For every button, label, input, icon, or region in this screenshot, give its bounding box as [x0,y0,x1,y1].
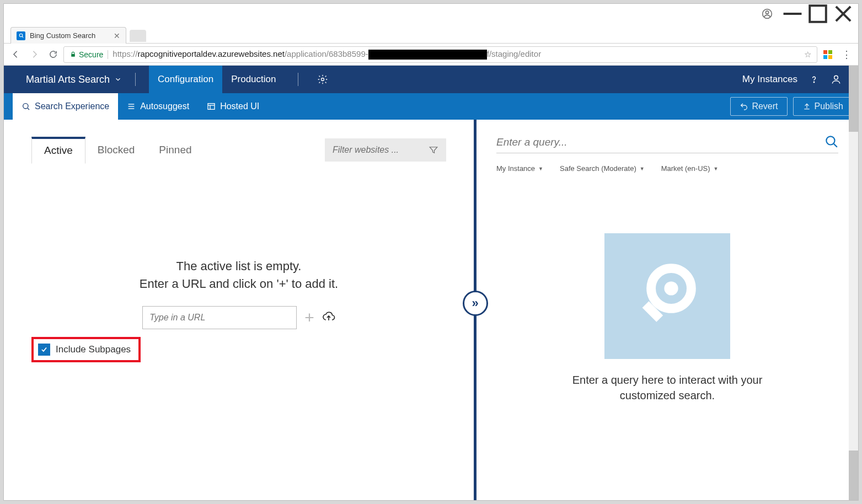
svg-point-13 [322,78,324,81]
windows-extension-icon[interactable] [820,50,836,59]
vertical-scrollbar[interactable] [849,66,858,500]
svg-line-25 [834,144,837,147]
secure-lock-icon: Secure [69,50,103,59]
svg-point-16 [23,104,28,109]
subnav-label: Search Experience [35,101,109,111]
preview-placeholder-image [604,233,730,359]
instance-selector[interactable]: Martial Arts Search [26,74,122,85]
divider [135,73,136,86]
bookmark-star-icon[interactable]: ☆ [804,50,811,60]
filter-icon [429,145,438,155]
include-subpages-checkbox[interactable] [38,344,50,356]
subnav-search-experience[interactable]: Search Experience [13,93,118,120]
divider [298,73,298,86]
query-input[interactable] [496,136,824,148]
url-omnibox[interactable]: Secure https://rapcognitiveportaldev.azu… [63,46,817,63]
nav-my-instances[interactable]: My Instances [737,66,803,93]
upload-icon [802,102,811,111]
subnav-label: Autosuggest [140,101,189,111]
scroll-thumb[interactable] [849,66,858,132]
tab-active[interactable]: Active [31,137,85,164]
left-pane: Active Blocked Pinned Filter websites ..… [4,120,474,500]
scroll-thumb[interactable] [849,451,858,500]
subnav-label: Hosted UI [220,101,259,111]
empty-state: The active list is empty. Enter a URL an… [31,258,446,362]
nav-configuration[interactable]: Configuration [149,66,222,93]
svg-point-15 [834,76,838,79]
caret-down-icon: ▼ [640,166,645,171]
window-minimize-button[interactable] [780,5,805,23]
dropdown-instance[interactable]: My Instance▼ [496,164,543,173]
search-icon [22,102,30,111]
svg-rect-3 [810,6,826,22]
search-button[interactable] [824,134,838,151]
svg-point-14 [813,82,814,82]
nav-forward-button[interactable] [26,46,42,63]
browser-tab[interactable]: Bing Custom Search ✕ [10,27,126,44]
settings-gear-icon[interactable] [312,74,334,85]
layout-icon [207,102,216,111]
app-top-nav: Martial Arts Search Configuration Produc… [4,66,858,93]
undo-icon [740,102,748,111]
browser-menu-button[interactable]: ⋮ [838,49,855,61]
check-icon [40,346,48,353]
svg-rect-11 [823,55,827,59]
window-titlebar [4,4,858,24]
nav-production[interactable]: Production [222,66,285,93]
chevron-down-icon [114,76,122,83]
pane-divider[interactable]: » [474,120,476,500]
search-options-row: My Instance▼ Safe Search (Moderate)▼ Mar… [496,164,838,173]
svg-point-24 [826,136,834,144]
expand-handle-button[interactable]: » [463,291,488,316]
filter-websites-input[interactable]: Filter websites ... [325,138,446,162]
dropdown-market[interactable]: Market (en-US)▼ [661,164,719,173]
svg-rect-21 [208,104,215,110]
list-tabs: Active Blocked Pinned Filter websites ..… [31,138,446,164]
new-tab-button[interactable] [130,30,146,42]
svg-rect-12 [828,55,832,59]
help-icon[interactable] [803,74,825,85]
redacted-segment [368,50,487,60]
svg-point-1 [765,11,768,14]
svg-point-27 [664,281,678,295]
filter-placeholder: Filter websites ... [333,145,399,155]
caret-down-icon: ▼ [538,166,543,171]
secure-label: Secure [79,50,103,59]
divider [108,50,108,59]
url-input[interactable] [142,306,297,329]
tab-pinned[interactable]: Pinned [147,138,204,163]
svg-rect-10 [828,50,832,54]
preview-area: Enter a query here to interact with your… [496,233,838,500]
nav-back-button[interactable] [7,46,24,63]
tab-blocked[interactable]: Blocked [85,138,147,163]
account-icon[interactable] [754,5,780,23]
instance-name-label: Martial Arts Search [26,74,110,85]
window-maximize-button[interactable] [805,5,831,23]
search-icon [824,134,838,148]
window-close-button[interactable] [831,5,856,23]
empty-message: The active list is empty. Enter a URL an… [140,258,338,293]
list-icon [127,102,136,111]
app-sub-nav: Search Experience Autosuggest Hosted UI … [4,93,858,120]
revert-button[interactable]: Revert [730,97,787,116]
add-url-button[interactable]: + [304,308,314,327]
user-icon[interactable] [825,74,847,85]
subnav-autosuggest[interactable]: Autosuggest [118,93,198,120]
magnifier-illustration-icon [629,258,706,335]
svg-rect-9 [823,50,827,54]
tab-close-icon[interactable]: ✕ [114,31,120,40]
action-label: Revert [752,101,778,111]
nav-reload-button[interactable] [45,46,61,63]
publish-button[interactable]: Publish [793,97,853,116]
svg-rect-8 [71,54,75,57]
browser-tabstrip: Bing Custom Search ✕ [4,24,858,44]
dropdown-safesearch[interactable]: Safe Search (Moderate)▼ [560,164,645,173]
url-text: https://rapcognitiveportaldev.azurewebsi… [113,49,541,60]
include-subpages-highlight: Include Subpages [31,337,141,362]
svg-line-7 [22,36,23,37]
upload-cloud-button[interactable] [322,310,335,325]
subnav-hosted-ui[interactable]: Hosted UI [198,93,268,120]
right-pane: My Instance▼ Safe Search (Moderate)▼ Mar… [476,120,858,500]
cloud-upload-icon [322,310,335,323]
favicon-icon [17,31,25,40]
